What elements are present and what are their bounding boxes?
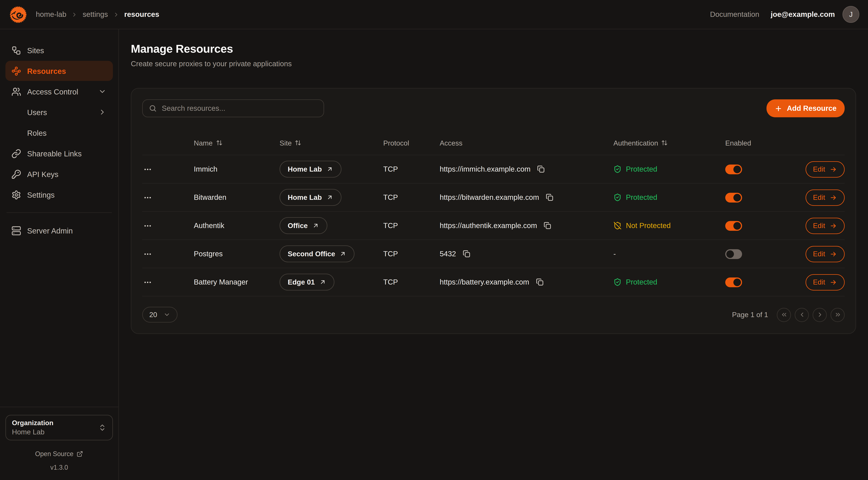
enabled-toggle[interactable] bbox=[725, 164, 742, 174]
site-link-home-lab[interactable]: Home Lab bbox=[280, 161, 341, 178]
search-input[interactable] bbox=[162, 104, 317, 112]
pangolin-logo-icon[interactable] bbox=[9, 5, 28, 24]
cell-protocol: TCP bbox=[383, 165, 440, 173]
table-header: NameSiteProtocolAccessAuthenticationEnab… bbox=[142, 131, 845, 155]
auth-status-protected: Protected bbox=[613, 165, 657, 173]
edit-label: Edit bbox=[813, 250, 825, 258]
plus-icon bbox=[775, 104, 782, 112]
prev-page-button[interactable] bbox=[795, 308, 809, 322]
toggle-knob bbox=[733, 194, 741, 201]
edit-button[interactable]: Edit bbox=[805, 189, 845, 206]
organization-text: Organization Home Lab bbox=[12, 419, 53, 436]
cell-enabled bbox=[725, 221, 800, 231]
edit-button[interactable]: Edit bbox=[805, 161, 845, 177]
site-link-second-office[interactable]: Second Office bbox=[280, 245, 355, 262]
access-url: https://immich.example.com bbox=[440, 165, 530, 173]
enabled-toggle[interactable] bbox=[725, 249, 742, 259]
header-cell-authentication[interactable]: Authentication bbox=[613, 139, 725, 147]
toggle-knob bbox=[733, 222, 741, 230]
organization-selector[interactable]: Organization Home Lab bbox=[5, 415, 113, 440]
arrow-up-right-icon bbox=[319, 278, 326, 286]
edit-button[interactable]: Edit bbox=[805, 217, 845, 234]
sidebar-item-api-keys[interactable]: API Keys bbox=[5, 164, 113, 184]
shield-check-icon bbox=[613, 278, 622, 286]
first-page-button[interactable] bbox=[777, 308, 791, 322]
sidebar-item-resources[interactable]: Resources bbox=[5, 61, 113, 81]
cell-edit: Edit bbox=[800, 161, 845, 177]
last-page-button[interactable] bbox=[831, 308, 845, 322]
sidebar-item-access-control[interactable]: Access Control bbox=[5, 82, 113, 101]
edit-button[interactable]: Edit bbox=[805, 274, 845, 290]
sidebar-item-users[interactable]: Users bbox=[5, 102, 113, 122]
breadcrumb-item-resources[interactable]: resources bbox=[124, 10, 159, 19]
table-row-postgres: PostgresSecond OfficeTCP5432-Edit bbox=[142, 240, 845, 268]
sidebar-item-server-admin[interactable]: Server Admin bbox=[5, 220, 113, 241]
copy-button[interactable] bbox=[545, 192, 555, 203]
sidebar-item-label: Settings bbox=[27, 190, 55, 199]
chevron-down-icon bbox=[163, 311, 170, 318]
edit-button[interactable]: Edit bbox=[805, 246, 845, 262]
documentation-link[interactable]: Documentation bbox=[710, 10, 759, 19]
table-row-bitwarden: BitwardenHome LabTCPhttps://bitwarden.ex… bbox=[142, 183, 845, 212]
sidebar-item-label: Roles bbox=[27, 128, 46, 137]
sidebar-item-shareable-links[interactable]: Shareable Links bbox=[5, 143, 113, 163]
page-size-select[interactable]: 20 bbox=[142, 307, 178, 323]
row-menu-button[interactable] bbox=[142, 163, 153, 176]
sidebar-item-roles[interactable]: Roles bbox=[5, 123, 113, 143]
enabled-toggle[interactable] bbox=[725, 192, 742, 202]
avatar[interactable]: J bbox=[842, 6, 859, 23]
enabled-toggle[interactable] bbox=[725, 221, 742, 231]
shield-check-icon bbox=[613, 193, 622, 202]
copy-button[interactable] bbox=[542, 220, 553, 231]
site-link-edge-01[interactable]: Edge 01 bbox=[280, 274, 334, 291]
user-email-menu[interactable]: joe@example.com bbox=[771, 10, 835, 19]
copy-button[interactable] bbox=[461, 249, 472, 259]
row-menu-button[interactable] bbox=[142, 219, 153, 232]
copy-button[interactable] bbox=[534, 277, 545, 287]
table-body: ImmichHome LabTCPhttps://immich.example.… bbox=[142, 155, 845, 297]
header-label: Protocol bbox=[383, 139, 409, 147]
site-link-home-lab[interactable]: Home Lab bbox=[280, 189, 341, 206]
add-resource-button[interactable]: Add Resource bbox=[767, 99, 845, 117]
page-title: Manage Resources bbox=[131, 42, 856, 55]
copy-button[interactable] bbox=[536, 164, 546, 174]
cell-name: Postgres bbox=[194, 250, 280, 258]
sidebar: SitesResourcesAccess ControlUsersRolesSh… bbox=[0, 29, 119, 480]
sidebar-divider bbox=[6, 212, 112, 213]
cell-enabled bbox=[725, 164, 800, 174]
arrow-right-icon bbox=[830, 166, 837, 173]
settings-icon bbox=[11, 190, 21, 200]
cell-authentication: Protected bbox=[613, 193, 725, 202]
shell: SitesResourcesAccess ControlUsersRolesSh… bbox=[0, 29, 868, 480]
enabled-toggle[interactable] bbox=[725, 277, 742, 287]
topbar-right: Documentation joe@example.com J bbox=[710, 6, 859, 23]
cell-edit: Edit bbox=[800, 189, 845, 206]
cell-enabled bbox=[725, 277, 800, 287]
open-source-link[interactable]: Open Source bbox=[5, 450, 113, 458]
sidebar-item-label: Server Admin bbox=[27, 226, 73, 235]
breadcrumb-item-home-lab[interactable]: home-lab bbox=[36, 10, 66, 19]
table-row-authentik: AuthentikOfficeTCPhttps://authentik.exam… bbox=[142, 212, 845, 240]
cell-site: Second Office bbox=[280, 245, 383, 262]
sidebar-item-settings[interactable]: Settings bbox=[5, 185, 113, 205]
auth-label: Protected bbox=[626, 193, 657, 202]
resources-table: NameSiteProtocolAccessAuthenticationEnab… bbox=[142, 131, 845, 297]
breadcrumb-item-settings[interactable]: settings bbox=[83, 10, 108, 19]
cell-name: Authentik bbox=[194, 221, 280, 230]
arrow-up-right-icon bbox=[326, 194, 333, 201]
row-menu-button[interactable] bbox=[142, 247, 153, 261]
row-menu-button[interactable] bbox=[142, 191, 153, 204]
toggle-knob bbox=[733, 278, 741, 286]
sidebar-item-sites[interactable]: Sites bbox=[5, 40, 113, 60]
cell-protocol: TCP bbox=[383, 250, 440, 258]
header-cell-site[interactable]: Site bbox=[280, 139, 383, 147]
cell-protocol: TCP bbox=[383, 278, 440, 286]
page-size-value: 20 bbox=[149, 310, 157, 319]
header-cell-name[interactable]: Name bbox=[194, 139, 280, 147]
users-icon bbox=[11, 87, 21, 96]
site-link-office[interactable]: Office bbox=[280, 217, 327, 234]
row-menu-button[interactable] bbox=[142, 276, 153, 289]
header-label: Authentication bbox=[613, 139, 658, 147]
cell-access: https://bitwarden.example.com bbox=[440, 192, 613, 203]
next-page-button[interactable] bbox=[813, 308, 827, 322]
